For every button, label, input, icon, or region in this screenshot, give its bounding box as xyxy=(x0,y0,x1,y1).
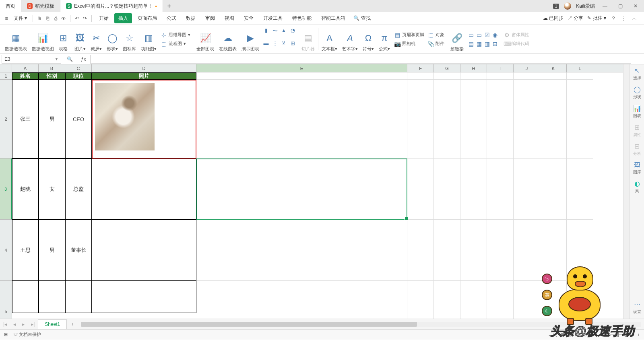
pivot-chart-button[interactable]: 📊数据透视图 xyxy=(29,27,56,52)
side-shape[interactable]: ◯形状 xyxy=(633,86,641,100)
empty-cell[interactable] xyxy=(514,281,540,319)
row-header-5[interactable]: 5 xyxy=(0,281,12,319)
empty-cell[interactable] xyxy=(567,72,593,80)
empty-cell[interactable] xyxy=(460,220,487,281)
empty-cell[interactable] xyxy=(407,220,434,281)
empty-cell[interactable] xyxy=(460,80,487,159)
tab-start[interactable]: 开始 xyxy=(95,13,113,23)
data-cell[interactable] xyxy=(92,281,196,313)
form-controls[interactable]: ▭▭☑◉ xyxy=(468,32,498,38)
header-cell[interactable]: 照片 xyxy=(92,72,196,80)
hyperlink-button[interactable]: 🔗超链接 xyxy=(448,27,466,52)
col-header-F[interactable]: F xyxy=(407,64,434,72)
data-cell[interactable] xyxy=(12,281,39,313)
form-controls-2[interactable]: ▤▦▥⊟ xyxy=(468,41,498,47)
header-cell[interactable]: 姓名 xyxy=(12,72,39,80)
empty-cell[interactable] xyxy=(434,80,460,159)
data-cell[interactable]: 董事长 xyxy=(65,220,92,281)
embedded-image[interactable] xyxy=(95,83,155,150)
data-cell[interactable]: 男 xyxy=(39,220,65,281)
demo-chart-button[interactable]: ▶演示图表 xyxy=(239,27,262,52)
sheet-nav-last[interactable]: ▸| xyxy=(28,321,38,327)
camera-button[interactable]: 📷照相机 xyxy=(394,41,424,47)
scatter-chart-icon[interactable]: ⋮ xyxy=(271,40,279,46)
data-cell[interactable] xyxy=(92,220,196,281)
vertical-scrollbar[interactable] xyxy=(623,64,630,319)
empty-cell[interactable] xyxy=(567,80,593,159)
save-as-icon[interactable]: ⎘ xyxy=(44,15,51,22)
sheet-nav-prev[interactable]: ◂ xyxy=(10,321,19,327)
tab-document[interactable]: SExcel中的图片...？锁定技巧超简单！● xyxy=(60,0,163,12)
icons-button[interactable]: ☆图标库 xyxy=(120,27,138,52)
add-sheet-button[interactable]: + xyxy=(67,321,78,327)
empty-cell[interactable] xyxy=(196,281,407,319)
row-header-3[interactable]: 3 xyxy=(0,159,12,220)
undo-icon[interactable]: ↶ xyxy=(74,15,80,22)
zoom-icon[interactable]: 🔍 xyxy=(63,56,77,62)
formula-button[interactable]: π公式▾ xyxy=(376,27,392,52)
line-chart-icon[interactable]: 〜 xyxy=(271,27,279,33)
empty-cell[interactable] xyxy=(487,72,514,80)
empty-cell[interactable] xyxy=(487,281,514,319)
help-icon[interactable]: ? xyxy=(610,15,617,22)
col-header-H[interactable]: H xyxy=(460,64,487,72)
select-all-corner[interactable] xyxy=(0,64,12,72)
window-close-button[interactable]: ✕ xyxy=(630,3,641,9)
online-chart-button[interactable]: ☁在线图表 xyxy=(217,27,239,52)
empty-cell[interactable] xyxy=(460,281,487,319)
chart-gallery[interactable]: ▮〜▲◔ ▬⋮⊻⊞ xyxy=(262,27,297,52)
user-avatar[interactable] xyxy=(564,2,571,10)
empty-cell[interactable] xyxy=(514,159,540,220)
view-normal-icon[interactable]: ▦ xyxy=(560,332,564,337)
empty-cell[interactable] xyxy=(540,72,567,80)
col-header-K[interactable]: K xyxy=(540,64,567,72)
collapse-ribbon-icon[interactable]: ︿ xyxy=(631,15,638,22)
sync-status[interactable]: ☁ 已同步 xyxy=(543,15,564,22)
row-header-2[interactable]: 2 xyxy=(0,80,12,159)
bar-chart-icon[interactable]: ▮ xyxy=(262,27,270,33)
save-icon[interactable]: 🗎 xyxy=(36,15,43,22)
empty-cell[interactable] xyxy=(460,159,487,220)
tab-data[interactable]: 数据 xyxy=(182,13,200,23)
symbol-button[interactable]: Ω符号▾ xyxy=(360,27,376,52)
object-button[interactable]: ⬚对象 xyxy=(427,32,444,38)
empty-cell[interactable] xyxy=(196,80,407,159)
area-chart-icon[interactable]: ▲ xyxy=(280,27,287,33)
all-charts-button[interactable]: 📈全部图表 xyxy=(194,27,217,52)
zoom-out-button[interactable]: − xyxy=(596,332,599,337)
combo-chart-icon[interactable]: ⊞ xyxy=(289,40,296,46)
print-icon[interactable]: ⎙ xyxy=(52,15,59,22)
print-preview-icon[interactable]: 👁 xyxy=(60,15,67,22)
empty-cell[interactable] xyxy=(407,281,434,319)
fx-icon[interactable]: ƒx xyxy=(77,56,90,62)
spreadsheet-grid[interactable]: ABCDEFGHIJKL 12345 姓名性别职位照片张三男CEO赵晓女总监王思… xyxy=(0,64,623,319)
notification-badge[interactable]: 1 xyxy=(553,4,559,9)
stock-chart-icon[interactable]: ⊻ xyxy=(280,40,287,46)
tab-template[interactable]: D稻壳模板 xyxy=(21,0,60,12)
empty-cell[interactable] xyxy=(540,80,567,159)
user-name[interactable]: Kaili爱编 xyxy=(576,3,595,10)
zoom-level[interactable]: 100% xyxy=(582,332,593,337)
header-cell[interactable]: 性别 xyxy=(39,72,65,80)
empty-cell[interactable] xyxy=(460,72,487,80)
horizontal-scrollbar[interactable] xyxy=(81,322,641,327)
picture-button[interactable]: 🖼图片▾ xyxy=(72,27,88,52)
view-page-icon[interactable]: ▤ xyxy=(568,332,572,337)
column-chart-icon[interactable]: ▬ xyxy=(262,40,270,46)
side-style[interactable]: ◐风 xyxy=(634,180,640,194)
tab-view[interactable]: 视图 xyxy=(221,13,238,23)
hamburger-icon[interactable]: ≡ xyxy=(3,15,10,22)
data-cell[interactable]: 张三 xyxy=(12,80,39,159)
empty-cell[interactable] xyxy=(514,80,540,159)
col-header-L[interactable]: L xyxy=(567,64,593,72)
col-header-B[interactable]: B xyxy=(39,64,65,72)
empty-cell[interactable] xyxy=(434,72,460,80)
side-gallery[interactable]: 🖼图库 xyxy=(633,161,641,175)
comment-button[interactable]: ✎ 批注 ▾ xyxy=(587,15,606,22)
tab-developer[interactable]: 开发工具 xyxy=(259,13,287,23)
more-icon[interactable]: ⋮ xyxy=(621,15,627,22)
fullscreen-icon[interactable]: ⛶ xyxy=(553,332,557,337)
col-header-I[interactable]: I xyxy=(487,64,514,72)
side-chart[interactable]: 📊图表 xyxy=(633,105,641,119)
header-footer-button[interactable]: ▤页眉和页脚 xyxy=(394,32,424,38)
